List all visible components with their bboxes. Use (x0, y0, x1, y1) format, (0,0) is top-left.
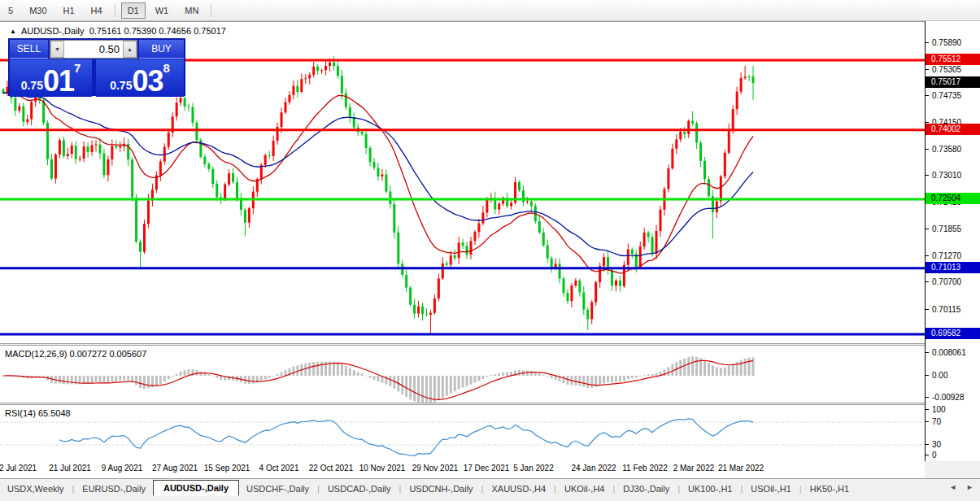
chart-tab-hk50-h1[interactable]: HK50-,H1 (803, 481, 856, 496)
timeframe-button-mn[interactable]: MN (178, 2, 205, 19)
timeframe-button-h4[interactable]: H4 (85, 2, 109, 19)
mt4-window: 5M30H1H4D1W1MN ▲ AUDUSD-,Daily 0.75161 0… (0, 0, 980, 501)
price-tick-label: 0.73580 (932, 144, 961, 153)
sell-button[interactable]: SELL (10, 40, 48, 59)
price-tick-label: 0.71855 (932, 224, 961, 233)
chart-tab-bar: USDX,Weekly|EURUSD-,DailyAUDUSD-,DailyUS… (0, 478, 980, 499)
indicator-tick-label: 30 (932, 440, 941, 449)
sell-quote-pip: 7 (74, 61, 81, 75)
date-label: 21 Mar 2022 (718, 464, 764, 473)
indicator-tick-label: 100 (932, 405, 946, 414)
axis-tick-mark (926, 444, 929, 445)
trade-controls-row: SELL ▼ ▲ BUY (9, 39, 185, 59)
sell-quote-prefix: 0.75 (21, 79, 43, 92)
indicator-tick-label: -0.00928 (932, 393, 964, 402)
chart-title: AUDUSD-,Daily 0.75161 0.75390 0.74656 0.… (21, 26, 226, 36)
chart-tab-ukoil-h4[interactable]: UKOil-,H4 (557, 481, 612, 496)
chart-header: ▲ AUDUSD-,Daily 0.75161 0.75390 0.74656 … (10, 26, 226, 36)
price-tick-label: 0.75305 (932, 64, 961, 73)
axis-tick-mark (926, 397, 929, 398)
date-label: 11 Feb 2022 (622, 464, 667, 473)
tab-scroll-left-icon[interactable]: ◄ (949, 483, 956, 491)
one-click-trading-panel: SELL ▼ ▲ BUY 0.75 01 7 0.75 03 8 (8, 38, 185, 96)
axis-tick-mark (926, 352, 929, 353)
timeframe-button-h1[interactable]: H1 (57, 2, 81, 19)
buy-quote-pip: 8 (163, 61, 169, 75)
date-label: 5 Jan 2022 (513, 464, 554, 473)
rsi-line (59, 419, 753, 455)
indicator-tick-label: 70 (932, 417, 941, 426)
toolbar-separator (115, 3, 115, 17)
price-tick-label: 0.71270 (932, 251, 961, 260)
axis-tick-mark (926, 455, 929, 455)
indicator-tick-label: 0.00 (932, 371, 947, 380)
volume-increase-button[interactable]: ▲ (123, 41, 137, 58)
chart-tab-audusd-daily[interactable]: AUDUSD-,Daily (153, 480, 239, 496)
buy-button[interactable]: BUY (139, 40, 184, 59)
chart-tab-xauusd-h4[interactable]: XAUUSD-,H4 (484, 481, 553, 496)
collapse-arrow-icon[interactable]: ▲ (10, 28, 16, 35)
axis-tick-mark (926, 69, 929, 70)
price-axis[interactable]: 0.758900.753050.747350.741500.735800.730… (925, 21, 980, 461)
chart-tab-usdcad-daily[interactable]: USDCAD-,Daily (320, 481, 399, 496)
price-badge-0.75017: 0.75017 (926, 76, 980, 88)
date-label: 9 Aug 2021 (102, 464, 143, 473)
axis-tick-mark (926, 255, 929, 256)
axis-tick-mark (926, 281, 929, 282)
axis-tick-mark (926, 149, 929, 150)
macd-panel[interactable]: MACD(12,26,9) 0.007272 0.005607 (0, 345, 925, 403)
timeframe-button-m30[interactable]: M30 (23, 2, 53, 19)
axis-tick-mark (926, 421, 929, 422)
toolbar-separator (211, 3, 211, 17)
volume-decrease-button[interactable]: ▼ (50, 41, 64, 58)
timeframe-button-w1[interactable]: W1 (149, 2, 176, 19)
date-label: 2 Mar 2022 (673, 464, 715, 473)
date-label: 21 Jul 2021 (49, 464, 91, 473)
axis-tick-mark (926, 95, 929, 96)
price-badge-0.72504: 0.72504 (926, 193, 980, 204)
chart-tab-uk100-h1[interactable]: UK100-,H1 (681, 481, 739, 496)
price-tick-label: 0.70115 (932, 304, 960, 313)
sell-quote[interactable]: 0.75 01 7 (10, 59, 92, 97)
chart-tab-usdchf-daily[interactable]: USDCHF-,Daily (239, 481, 316, 496)
date-label: 24 Jan 2022 (571, 464, 616, 473)
chart-tab-usdx-weekly[interactable]: USDX,Weekly (0, 481, 71, 496)
tab-scroll-arrows: ◄ ► (949, 483, 973, 491)
price-badge-0.71013: 0.71013 (926, 262, 980, 273)
axis-tick-mark (926, 375, 929, 376)
rsi-label: RSI(14) 65.5048 (5, 408, 71, 418)
buy-quote-big: 03 (132, 68, 163, 94)
date-label: 22 Oct 2021 (309, 464, 353, 473)
volume-input[interactable] (64, 41, 123, 58)
axis-tick-mark (926, 309, 929, 310)
price-badge-0.74002: 0.74002 (926, 124, 980, 135)
chart-tab-dj30-daily[interactable]: DJ30-,Daily (616, 481, 677, 496)
timeframe-button-5[interactable]: 5 (2, 2, 20, 19)
buy-quote-prefix: 0.75 (110, 79, 132, 92)
indicator-tick-label: 0 (932, 451, 937, 460)
axis-tick-mark (926, 175, 929, 176)
price-tick-label: 0.75890 (932, 37, 961, 46)
axis-tick-mark (926, 42, 929, 43)
chart-tab-eurusd-daily[interactable]: EURUSD-,Daily (75, 481, 153, 496)
candles (2, 56, 755, 334)
tab-scroll-right-icon[interactable]: ► (966, 483, 973, 491)
price-badge-0.69582: 0.69582 (926, 328, 980, 339)
price-tick-label: 0.74735 (932, 91, 961, 100)
buy-quote[interactable]: 0.75 03 8 (96, 59, 184, 97)
date-label: 17 Dec 2021 (464, 464, 510, 473)
chart-tab-usoil-h1[interactable]: USOil-,H1 (743, 481, 799, 496)
axis-tick-mark (926, 229, 929, 229)
time-axis[interactable]: 2 Jul 202121 Jul 20219 Aug 202127 Aug 20… (0, 461, 925, 478)
rsi-chart (0, 405, 925, 462)
price-tick-label: 0.73010 (932, 171, 961, 180)
chart-tab-usdcnh-daily[interactable]: USDCNH-,Daily (402, 481, 480, 496)
rsi-panel[interactable]: RSI(14) 65.5048 (0, 404, 925, 463)
volume-stepper: ▼ ▲ (50, 40, 137, 59)
macd-label: MACD(12,26,9) 0.007272 0.005607 (5, 349, 146, 359)
date-label: 15 Sep 2021 (204, 464, 250, 473)
timeframe-button-d1[interactable]: D1 (121, 2, 146, 19)
timeframe-toolbar: 5M30H1H4D1W1MN (0, 0, 980, 21)
date-label: 27 Aug 2021 (152, 464, 198, 473)
price-badge-0.75512: 0.75512 (926, 54, 980, 65)
